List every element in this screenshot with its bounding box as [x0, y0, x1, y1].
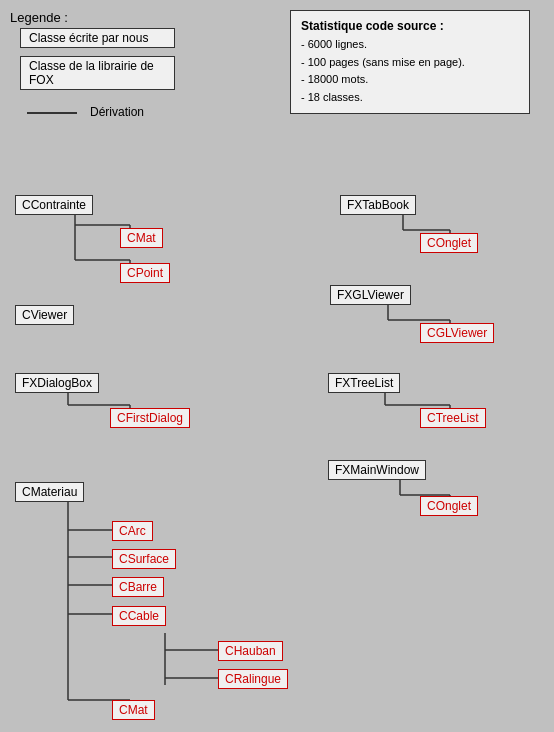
stats-line-2: - 100 pages (sans mise en page). — [301, 54, 519, 72]
derivation-label: Dérivation — [90, 105, 144, 119]
box-cglviewer: CGLViewer — [420, 323, 494, 343]
box-cfirstdialog: CFirstDialog — [110, 408, 190, 428]
box-fxmainwindow: FXMainWindow — [328, 460, 426, 480]
stats-line-1: - 6000 lignes. — [301, 36, 519, 54]
stats-box: Statistique code source : - 6000 lignes.… — [290, 10, 530, 114]
box-csurface: CSurface — [112, 549, 176, 569]
stats-line-4: - 18 classes. — [301, 89, 519, 107]
box-cmat2: CMat — [112, 700, 155, 720]
box-cviewer: CViewer — [15, 305, 74, 325]
box-fxdialogbox: FXDialogBox — [15, 373, 99, 393]
box-chauban: CHauban — [218, 641, 283, 661]
legend-fox-class: Classe de la librairie de FOX — [20, 56, 175, 90]
stats-line-3: - 18000 mots. — [301, 71, 519, 89]
box-cmat1: CMat — [120, 228, 163, 248]
stats-title: Statistique code source : — [301, 17, 519, 36]
box-cpoint: CPoint — [120, 263, 170, 283]
legend-title: Legende : — [10, 10, 68, 25]
box-conglet1: COnglet — [420, 233, 478, 253]
box-cmateriau: CMateriau — [15, 482, 84, 502]
diagram-container: Legende : Classe écrite par nous Classe … — [0, 0, 554, 732]
box-fxtreelist: FXTreeList — [328, 373, 400, 393]
box-ctreelist: CTreeList — [420, 408, 486, 428]
box-fxtabbook: FXTabBook — [340, 195, 416, 215]
box-conglet2: COnglet — [420, 496, 478, 516]
derivation-line — [27, 112, 77, 114]
box-cbarre: CBarre — [112, 577, 164, 597]
legend-our-class: Classe écrite par nous — [20, 28, 175, 48]
box-ccable: CCable — [112, 606, 166, 626]
box-cralingue: CRalingue — [218, 669, 288, 689]
box-fxglviewer: FXGLViewer — [330, 285, 411, 305]
box-carc: CArc — [112, 521, 153, 541]
box-ccontrainte: CContrainte — [15, 195, 93, 215]
